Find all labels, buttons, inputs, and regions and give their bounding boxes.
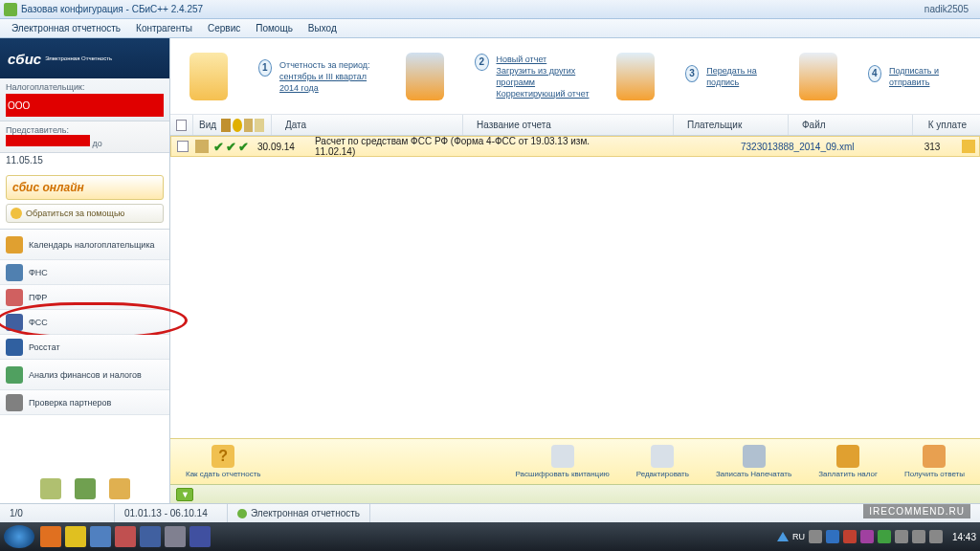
tray-icon-1[interactable] (809, 530, 822, 543)
sidebar-item-calendar[interactable]: Календарь налогоплательщика (0, 230, 169, 260)
menu-help[interactable]: Помощь (248, 21, 301, 35)
taskbar-app-7[interactable] (189, 526, 211, 547)
col-payer[interactable]: Плательщик (679, 120, 749, 130)
tray-icon-5[interactable] (878, 530, 891, 543)
step-1-line1: Отчетность за период: (279, 60, 370, 70)
rep-until: до (93, 139, 102, 148)
tray-volume-icon[interactable] (929, 530, 943, 543)
col-to-pay[interactable]: К уплате (921, 120, 974, 130)
col-name[interactable]: Название отчета (469, 120, 559, 130)
taskbar-app-6[interactable] (165, 526, 186, 547)
check-icon-3: ✔ (238, 140, 249, 154)
check-icon-1: ✔ (213, 140, 224, 154)
step-2-load[interactable]: Загрузить из других программ (497, 65, 590, 88)
tray-icon-6[interactable] (895, 530, 908, 543)
row-name: Расчет по средствам ФСС РФ (Форма 4-ФСС … (309, 136, 626, 157)
action-save-print[interactable]: Записать Напечатать (716, 445, 791, 478)
step-4-link[interactable]: Подписать и отправить (889, 65, 961, 88)
footer-badge-1 (40, 478, 61, 499)
start-button[interactable] (4, 525, 34, 548)
row-status-icon (195, 140, 209, 153)
tray-icon-3[interactable] (843, 530, 857, 543)
action-get-answers[interactable]: Получить ответы (904, 445, 965, 478)
row-action-icon[interactable] (962, 140, 975, 153)
sidebar-item-rosstat[interactable]: Росстат (0, 335, 169, 360)
view-icon[interactable] (244, 119, 254, 132)
taxpayer-value[interactable]: ООО (6, 94, 164, 117)
grid-toolbar: Вид Дата Название отчета Плательщик Файл… (170, 115, 980, 136)
col-date[interactable]: Дата (278, 120, 314, 130)
representative-block: Представитель: до (0, 121, 169, 153)
status-mode: Электронная отчетность (228, 504, 370, 522)
download-bar: ▼ (170, 484, 980, 503)
grid-body (170, 157, 980, 438)
tray-lang[interactable]: RU (792, 532, 805, 541)
step-2: 2 Новый отчет Загрузить из других програ… (475, 54, 590, 99)
footer-badge-2 (75, 478, 96, 499)
answers-icon (923, 445, 946, 468)
taskbar-app-4[interactable] (115, 526, 136, 547)
status-mode-label: Электронная отчетность (251, 508, 360, 518)
menu-exit[interactable]: Выход (301, 21, 345, 35)
analysis-icon (6, 366, 23, 384)
search-icon[interactable] (233, 119, 242, 132)
step-1-link[interactable]: сентябрь и III квартал 2014 года (279, 71, 379, 94)
sidebar-item-pfr[interactable]: ПФР (0, 285, 169, 310)
download-button[interactable]: ▼ (176, 488, 193, 501)
sidebar-item-label: Анализ финансов и налогов (29, 370, 142, 380)
step-2-new[interactable]: Новый отчет (497, 54, 590, 65)
calendar-icon (6, 236, 23, 253)
select-all-checkbox[interactable] (176, 120, 187, 131)
logo-subtitle: Электронная Отчетность (45, 55, 112, 62)
step-1: 1 Отчетность за период: сентябрь и III к… (258, 59, 380, 94)
sidebar-logo: сбис Электронная Отчетность (0, 38, 169, 78)
action-edit[interactable]: Редактировать (636, 445, 689, 478)
table-row[interactable]: ✔ ✔ ✔ 30.09.14 Расчет по средствам ФСС Р… (170, 136, 980, 157)
filter-icon[interactable] (221, 119, 231, 132)
tray-icon-4[interactable] (860, 530, 874, 543)
tray-time[interactable]: 14:43 (952, 532, 976, 542)
step-1-image (189, 53, 228, 100)
receipt-icon (551, 445, 574, 468)
help-button[interactable]: Обратиться за помощью (6, 204, 164, 223)
fss-icon (6, 314, 23, 331)
taxpayer-label: Налогоплательщик: (6, 82, 164, 92)
menubar: Электронная отчетность Контрагенты Серви… (0, 19, 980, 38)
menu-service[interactable]: Сервис (200, 21, 248, 35)
tray-icon-7[interactable] (912, 530, 925, 543)
taskbar-app-2[interactable] (65, 526, 86, 547)
sidebar: сбис Электронная Отчетность Налогоплател… (0, 38, 170, 503)
action-decrypt[interactable]: Расшифровать квитанцию (516, 445, 610, 478)
sidebar-item-check-partners[interactable]: Проверка партнеров (0, 390, 169, 415)
sidebar-item-label: ФСС (29, 318, 48, 327)
step-1-number: 1 (258, 59, 272, 77)
status-page: 1/0 (0, 504, 115, 522)
tray-icon-2[interactable] (826, 530, 839, 543)
pfr-icon (6, 289, 23, 306)
sidebar-item-fss[interactable]: ФСС (0, 310, 169, 335)
sidebar-item-label: ПФР (29, 293, 47, 302)
action-pay-tax-label: Заплатить налог (818, 470, 878, 478)
taskbar-app-5[interactable] (140, 526, 161, 547)
menu-contractors[interactable]: Контрагенты (128, 21, 200, 35)
step-2-image (406, 53, 444, 100)
step-3-link[interactable]: Передать на подпись (706, 65, 772, 88)
taskbar-app-1[interactable] (40, 526, 61, 547)
row-checkbox[interactable] (177, 141, 189, 152)
sbis-online-button[interactable]: сбис онлайн (6, 175, 164, 200)
footer-badge-3 (109, 478, 130, 499)
action-bar: ? Как сдать отчетность Расшифровать квит… (170, 438, 980, 484)
sidebar-item-fns[interactable]: ФНС (0, 260, 169, 285)
sidebar-item-analysis[interactable]: Анализ финансов и налогов (0, 360, 169, 390)
status-range[interactable]: 01.01.13 - 06.10.14 (115, 504, 228, 522)
col-file[interactable]: Файл (794, 120, 834, 130)
action-how[interactable]: ? Как сдать отчетность (186, 445, 260, 478)
clear-icon[interactable] (255, 119, 264, 132)
logo-text: сбис (8, 51, 41, 67)
system-tray: RU 14:43 (777, 530, 976, 543)
taskbar-app-3[interactable] (90, 526, 111, 547)
menu-reporting[interactable]: Электронная отчетность (4, 21, 128, 35)
action-pay-tax[interactable]: Заплатить налог (818, 445, 878, 478)
tray-expand-icon[interactable] (777, 532, 789, 541)
step-2-correct[interactable]: Корректирующий отчет (497, 88, 590, 99)
